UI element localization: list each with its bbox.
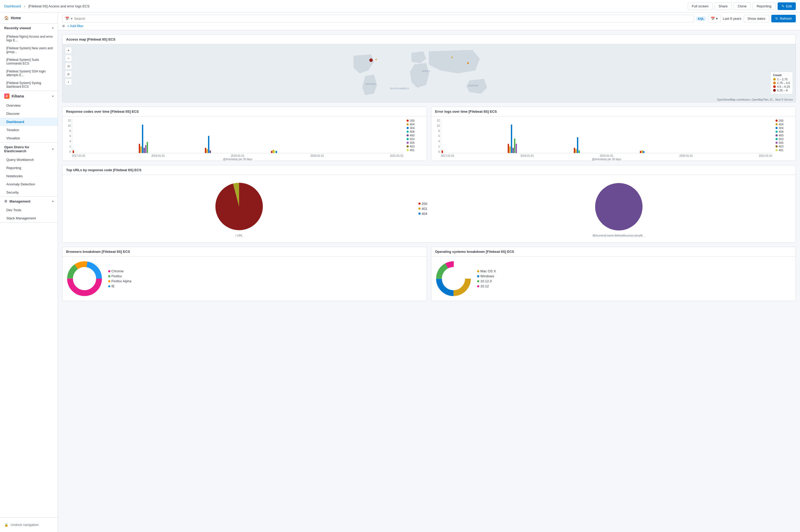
bar [642,150,643,153]
svg-point-7 [467,62,469,64]
share-button[interactable]: Share [715,2,732,10]
os-content: Mac OS X Windows 10.12.0 10.12 [431,256,796,301]
search-input[interactable] [74,17,691,21]
recently-viewed-item-4[interactable]: [Filebeat System] Syslog dashboard ECS [0,79,58,91]
sidebar-item-visualize[interactable]: Visualize [0,134,58,142]
search-row: 📅 ▾ KQL 📅 ▾ Last 6 years Show dates ↻ Re… [62,15,796,22]
map-zoom-out-button[interactable]: − [65,55,72,62]
fullscreen-button[interactable]: Full screen [688,2,712,10]
sidebar-management-header[interactable]: ⚙ Management ▾ [0,197,58,206]
dot [406,131,409,133]
sidebar-home[interactable]: 🏠 Home [0,13,58,23]
url-legend-200: 200 [418,202,439,206]
sidebar-item-notebooks[interactable]: Notebooks [0,172,58,180]
recently-viewed-item-3[interactable]: [Filebeat System] SSH login attempts E..… [0,68,58,79]
dot [406,142,409,144]
bar [147,142,148,153]
sidebar-item-security[interactable]: Security [0,188,58,196]
home-icon: 🏠 [4,16,9,20]
browsers-donut [66,260,103,297]
os-windows: Windows [477,274,496,278]
bar [142,125,143,153]
sidebar-item-discover[interactable]: Discover [0,110,58,118]
reporting-button[interactable]: Reporting [753,2,775,10]
time-range-label[interactable]: Last 6 years [723,17,742,21]
sidebar-opendistro-header[interactable]: Open Distro for Elasticsearch ▾ [0,142,58,156]
svg-text:OCEANIA: OCEANIA [365,83,376,86]
dot [406,119,409,122]
svg-text:SOUTH AMERICA: SOUTH AMERICA [390,87,409,90]
bar [73,150,74,153]
bar [139,144,140,153]
error-logs-title: Error logs over time [Filebeat IIS] ECS [431,107,796,116]
map-locate-button[interactable]: ◎ [65,71,72,77]
refresh-button[interactable]: ↻ Refresh [771,15,796,22]
breadcrumb-dashboard[interactable]: Dashboard [4,4,21,8]
sidebar-recently-viewed-header[interactable]: Recently viewed ▾ [0,23,58,33]
bar [640,151,641,153]
sidebar-kibana-header[interactable]: K Kibana ▾ [0,91,58,101]
sidebar-footer: 🔒 Undock navigation [0,517,58,532]
sidebar-item-dashboard[interactable]: Dashboard [0,118,58,126]
dot [108,280,110,282]
legend-503: 503 [406,137,423,141]
os-legend: Mac OS X Windows 10.12.0 10.12 [477,269,496,288]
error-logs-chart: 121086420 [431,116,796,161]
dot [108,270,110,272]
clone-button[interactable]: Clone [734,2,750,10]
chart-bars-wrap-2: 2017-01-01 2018-01-01 2019-01-01 2020-01… [441,119,773,161]
sidebar-item-anomaly-detection[interactable]: Anomaly Detection [0,180,58,188]
error-logs-panel: Error logs over time [Filebeat IIS] ECS … [431,107,796,161]
recently-viewed-item-0[interactable]: [Filebeat Nginx] Access and error logs E… [0,33,58,44]
show-dates-button[interactable]: Show dates [744,15,769,22]
access-map-panel: Access map [Filebeat IIS] ECS [62,35,796,102]
sidebar-item-timelion[interactable]: Timelion [0,126,58,134]
sidebar-item-query-workbench[interactable]: Query Workbench [0,156,58,164]
svg-point-4 [369,58,373,62]
pie-chart-1 [213,180,265,233]
bar [516,144,517,153]
bar [145,145,147,153]
dropdown-icon[interactable]: ▾ [71,17,73,21]
dot [776,127,778,129]
bar [643,151,644,153]
map-select-button[interactable]: ▪ [65,78,72,86]
sidebar-item-overview[interactable]: Overview [0,101,58,110]
sidebar-item-reporting[interactable]: Reporting [0,164,58,172]
filter-row: ⊕ + Add filter [62,24,796,28]
recently-viewed-item-1[interactable]: [Filebeat System] New users and group... [0,44,58,56]
sidebar-item-stack-management[interactable]: Stack Management [0,214,58,222]
map-zoom-in-button[interactable]: + [65,47,72,54]
edit-button[interactable]: ✎ Edit [778,2,796,10]
browsers-panel: Browsers breakdown [Filebeat IIS] ECS Ch… [62,247,427,301]
dot [477,270,479,272]
sidebar-item-dev-tools[interactable]: Dev Tools [0,206,58,214]
pie-1-label: / URL [235,234,243,237]
bar-group-1 [73,150,138,153]
dot [477,280,479,282]
kql-badge[interactable]: KQL [696,17,705,21]
e-legend-503: 503 [776,137,792,141]
pie-1-wrap: / URL [68,180,411,237]
recently-viewed-item-2[interactable]: [Filebeat System] Sudo commands ECS [0,56,58,68]
bar [574,148,575,153]
bar-group-2 [139,125,205,153]
undock-nav-button[interactable]: 🔒 Undock navigation [4,521,54,529]
kibana-logo: K Kibana [4,94,24,99]
add-filter-button[interactable]: + Add filter [67,24,83,28]
map-legend: Count 1 – 2.75 2.75 – 4.5 4.5 – 6.25 [770,72,793,94]
pie-chart-2 [592,180,645,233]
bar [271,151,272,153]
dot [406,134,409,136]
y-axis: 121086420 [66,119,71,153]
dot [108,275,110,277]
browser-ie: IE [108,284,131,288]
top-urls-legend: 200 401 404 [418,202,439,216]
bar-group-e3 [574,137,640,153]
dot [776,119,778,122]
url-legend-401: 401 [418,207,439,211]
calendar-picker[interactable]: 📅 ▾ [708,15,721,22]
map-reset-button[interactable]: ⊡ [65,63,72,70]
refresh-icon: ↻ [775,17,778,21]
dot [108,285,110,287]
